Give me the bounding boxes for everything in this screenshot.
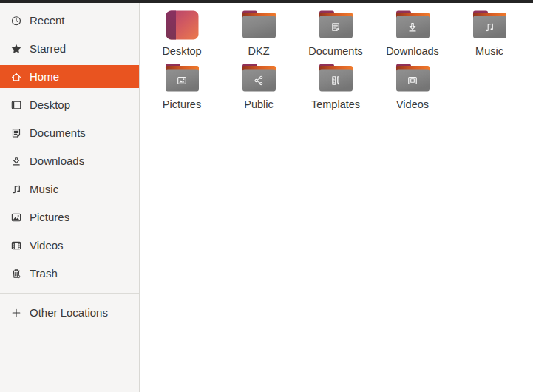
file-item-label: Desktop xyxy=(162,45,201,57)
folder-icon xyxy=(165,64,200,96)
sidebar-item-label: Videos xyxy=(30,239,64,251)
file-grid: Desktop DKZ Documents Downloads Music Pi… xyxy=(140,3,533,392)
sidebar-item-trash[interactable]: Trash xyxy=(0,262,139,285)
clock-icon xyxy=(10,15,22,27)
trash-icon xyxy=(10,268,22,280)
sidebar-item-documents[interactable]: Documents xyxy=(0,121,139,144)
sidebar-item-label: Desktop xyxy=(30,98,70,111)
file-item-downloads[interactable]: Downloads xyxy=(374,9,451,62)
star-icon xyxy=(10,43,22,55)
music-emblem xyxy=(483,21,495,33)
file-item-label: Documents xyxy=(308,45,362,57)
sidebar-item-music[interactable]: Music xyxy=(0,178,139,200)
home-icon xyxy=(10,71,22,83)
folder-icon xyxy=(319,10,353,43)
sidebar-item-videos[interactable]: Videos xyxy=(0,234,139,257)
film-icon xyxy=(10,240,22,251)
sidebar-item-label: Home xyxy=(30,70,59,83)
window-content: Recent Starred Home Desktop Documents Do… xyxy=(0,3,533,392)
music-note-icon xyxy=(10,183,22,195)
share-emblem xyxy=(253,75,265,87)
folder-icon xyxy=(242,64,276,96)
file-item-documents[interactable]: Documents xyxy=(297,9,374,62)
sidebar-item-label: Other Locations xyxy=(30,306,108,319)
download-emblem xyxy=(407,21,418,33)
file-item-music[interactable]: Music xyxy=(451,9,528,62)
file-item-label: Music xyxy=(475,45,503,57)
file-item-public[interactable]: Public xyxy=(220,62,297,115)
sidebar-places-list: Recent Starred Home Desktop Documents Do… xyxy=(0,3,139,290)
folder-icon xyxy=(395,64,430,96)
file-item-label: Templates xyxy=(311,98,360,110)
image-emblem xyxy=(176,75,188,87)
download-icon xyxy=(10,155,22,167)
file-manager-window: Recent Starred Home Desktop Documents Do… xyxy=(0,0,533,392)
file-item-desktop[interactable]: Desktop xyxy=(143,9,220,62)
sidebar-item-label: Recent xyxy=(30,14,65,27)
templates-emblem xyxy=(330,75,342,87)
sidebar: Recent Starred Home Desktop Documents Do… xyxy=(0,3,140,392)
video-emblem xyxy=(407,75,418,87)
sidebar-footer-list: Other Locations xyxy=(0,294,139,329)
sidebar-item-label: Starred xyxy=(30,42,66,55)
document-icon xyxy=(10,127,22,139)
file-item-videos[interactable]: Videos xyxy=(374,62,451,115)
document-emblem xyxy=(330,21,342,33)
sidebar-item-recent[interactable]: Recent xyxy=(0,9,139,32)
file-item-label: Videos xyxy=(396,98,429,110)
sidebar-item-label: Music xyxy=(30,183,58,195)
desktop-icon xyxy=(10,99,22,111)
folder-icon xyxy=(395,10,430,43)
sidebar-item-pictures[interactable]: Pictures xyxy=(0,206,139,229)
folder-icon xyxy=(242,10,276,43)
sidebar-item-label: Documents xyxy=(30,126,86,139)
sidebar-item-other-locations[interactable]: Other Locations xyxy=(0,301,139,324)
file-item-pictures[interactable]: Pictures xyxy=(143,62,220,115)
file-item-label: DKZ xyxy=(248,45,270,57)
file-item-dkz[interactable]: DKZ xyxy=(220,9,297,62)
file-item-templates[interactable]: Templates xyxy=(297,62,374,115)
file-item-label: Public xyxy=(244,98,274,110)
image-icon xyxy=(10,212,22,223)
sidebar-item-desktop[interactable]: Desktop xyxy=(0,93,139,116)
file-item-label: Pictures xyxy=(163,98,201,110)
file-item-label: Downloads xyxy=(386,45,439,57)
sidebar-item-downloads[interactable]: Downloads xyxy=(0,149,139,172)
folder-icon xyxy=(472,10,507,43)
sidebar-item-label: Trash xyxy=(30,267,58,280)
folder-icon xyxy=(319,64,353,96)
sidebar-item-label: Downloads xyxy=(30,155,84,167)
sidebar-item-label: Pictures xyxy=(30,211,69,223)
desktop-gradient-icon xyxy=(166,10,199,43)
sidebar-item-starred[interactable]: Starred xyxy=(0,37,139,60)
plus-icon xyxy=(10,307,22,319)
sidebar-item-home[interactable]: Home xyxy=(0,65,139,88)
